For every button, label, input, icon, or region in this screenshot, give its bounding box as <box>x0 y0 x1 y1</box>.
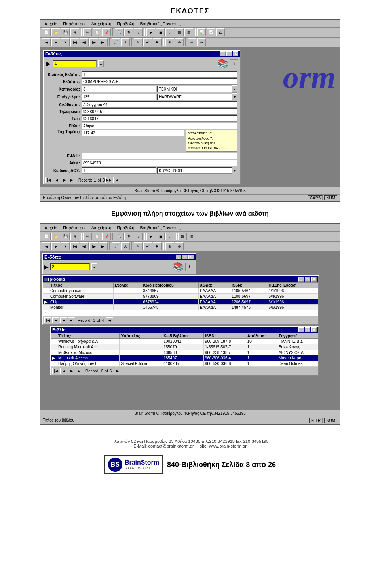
tb-cut[interactable]: ✂ <box>83 28 92 36</box>
win-maximize-ekdotes-2[interactable]: □ <box>182 255 188 259</box>
vivlia-row-2[interactable]: Running Microsoft Acc 155079 1-55615-507… <box>51 344 318 350</box>
input-fax[interactable] <box>82 115 238 122</box>
periodika-row-2[interactable]: Computer Software 5778869 ΕΛΛΑΔΑ 1108-56… <box>43 294 318 299</box>
nav-scroll-vivlia[interactable]: ▶ <box>114 368 121 374</box>
tb2-b1[interactable]: ◀ <box>42 38 51 46</box>
nav-prev-periodika[interactable]: ◀ <box>52 317 59 323</box>
win-maximize-1[interactable]: □ <box>226 51 232 56</box>
tb-open[interactable]: 📂 <box>51 28 60 36</box>
tb2r1-b11[interactable]: ▶ <box>146 233 155 240</box>
vivlia-row-3[interactable]: Μάθεττε το Microsoft 138580 960-238-138-… <box>51 350 318 355</box>
tb2r1-b14[interactable]: ⊞ <box>178 233 187 240</box>
tb-b5[interactable]: ⊟ <box>184 28 193 36</box>
menu-item-parametroi-2[interactable]: Παράμετροι <box>61 225 88 231</box>
tb-sort[interactable]: ↕ <box>134 28 142 36</box>
tb2-b6[interactable]: |▶ <box>89 38 98 46</box>
menu-item-archeia-2[interactable]: Αρχεία <box>42 225 60 231</box>
tb2-b8[interactable]: 🔎 <box>112 38 120 46</box>
vivlia-row-5[interactable]: Πλήρης Οδηγός των Β Special Edition 4100… <box>51 361 318 367</box>
tb2-b11[interactable]: ✔ <box>143 38 152 46</box>
tb2r2-b1[interactable]: ◀ <box>42 242 51 250</box>
tb2-b3[interactable]: ▼ <box>61 38 70 46</box>
input-epaggelma-text[interactable] <box>157 94 232 100</box>
periodika-row-1[interactable]: Computer για όλους 3544657 ΕΛΛΑΔΑ 1105-5… <box>43 288 318 294</box>
periodika-row-3[interactable]: ▶ Chip 6578924 ΕΛΛΑΔΑ 1206-5697 3/1/1996 <box>43 299 318 305</box>
tb-b4[interactable]: ⊞ <box>175 28 184 36</box>
tb2-b12[interactable]: ✖ <box>153 38 162 46</box>
spin-up-2[interactable]: ▲ <box>91 263 97 270</box>
win-maximize-periodika[interactable]: □ <box>305 277 310 282</box>
combo-spin-kategoria[interactable]: ▼ <box>232 85 238 93</box>
vivlia-row-4[interactable]: ▶ Microsoft Access 185497 960-306-036-4 … <box>51 355 318 361</box>
tb2r1-b1[interactable]: 📄 <box>42 233 51 240</box>
input-tilefona[interactable] <box>82 108 238 115</box>
tb2r2-b2[interactable]: ▶ <box>51 242 60 250</box>
win-close-ekdotes-2[interactable]: ✕ <box>188 255 194 259</box>
nav-prev-vivlia[interactable]: ◀ <box>60 368 67 374</box>
tb-b2[interactable]: ◼ <box>156 28 165 36</box>
nav-first-periodika[interactable]: |◀ <box>44 317 51 323</box>
nav-last-vivlia[interactable]: ▶| <box>76 368 83 374</box>
tb2-b16[interactable]: ↪ <box>197 38 206 46</box>
nav-extra-1[interactable]: ▶▶ <box>105 177 112 183</box>
tb2r2-b13[interactable]: ⊕ <box>165 242 174 250</box>
win-minimize-periodika[interactable]: _ <box>298 277 304 282</box>
tb2-b13[interactable]: ⊕ <box>165 38 174 46</box>
spin-up-1[interactable]: ▲ <box>98 60 104 67</box>
tb2r2-b9[interactable]: A <box>121 242 130 250</box>
tb2r1-b15[interactable]: ⊟ <box>188 233 196 240</box>
info-icon-1[interactable]: ℹ <box>230 59 238 68</box>
nav-last-1[interactable]: ▶| <box>69 177 76 183</box>
periodika-row-4[interactable]: Monitor 1456745 ΕΛΛΑΔΑ 1487-4576 6/6/199… <box>43 305 318 310</box>
win-close-vivlia[interactable]: ✕ <box>311 327 317 332</box>
win-minimize-vivlia[interactable]: _ <box>298 327 304 332</box>
input-epaggelma-num[interactable] <box>82 94 156 100</box>
tb2r1-b7[interactable]: 📌 <box>102 233 111 240</box>
input-dieuthinsi[interactable] <box>82 101 238 108</box>
tb2r1-b9[interactable]: ⚗ <box>124 233 133 240</box>
tb-new[interactable]: 📄 <box>42 28 51 36</box>
tb2r2-b11[interactable]: ✔ <box>143 242 152 250</box>
menu-item-voithitikes-2[interactable]: Βοηθητικές Εργασίες <box>137 225 182 231</box>
input-kategoria-text[interactable] <box>157 86 232 92</box>
tb2r1-b10[interactable]: ↕ <box>134 233 142 240</box>
nav-next-vivlia[interactable]: ▶ <box>68 368 75 374</box>
tb2-b15[interactable]: ↩ <box>188 38 196 46</box>
input-kwdikos-doy-num[interactable] <box>82 167 156 174</box>
menu-item-diaxeirisi-2[interactable]: Διαχείριση <box>89 225 114 231</box>
nav-first-vivlia[interactable]: |◀ <box>52 368 59 374</box>
tb-paste[interactable]: 📌 <box>102 28 111 36</box>
tb2-b10[interactable]: ✎ <box>134 38 142 46</box>
tb2-b9[interactable]: A <box>121 38 130 46</box>
tb2r1-b8[interactable]: 🔍 <box>115 233 124 240</box>
tb2r2-b6[interactable]: |▶ <box>89 242 98 250</box>
input-poli[interactable] <box>82 123 238 129</box>
tb2-b7[interactable]: ▶| <box>99 38 108 46</box>
tb2r2-b5[interactable]: ◀| <box>80 242 89 250</box>
nav-scroll-periodika[interactable]: ◀ <box>106 317 113 323</box>
win-maximize-vivlia[interactable]: □ <box>305 327 310 332</box>
win-minimize-1[interactable]: _ <box>220 51 226 56</box>
tb-b3[interactable]: ▷ <box>165 28 174 36</box>
tb-print[interactable]: 🖨 <box>70 28 79 36</box>
tb2r2-b4[interactable]: |◀ <box>70 242 79 250</box>
tb2-b14[interactable]: ⊖ <box>175 38 184 46</box>
input-afm[interactable] <box>82 160 238 166</box>
nav-extra-2[interactable]: ◀ <box>113 177 120 183</box>
tb-b1[interactable]: ▶ <box>146 28 155 36</box>
win-close-periodika[interactable]: ✕ <box>311 277 317 282</box>
tb-copy[interactable]: 📋 <box>93 28 101 36</box>
input-ekdotis[interactable] <box>82 78 238 85</box>
tb2r1-b2[interactable]: 📂 <box>51 233 60 240</box>
tb2r1-b5[interactable]: ✂ <box>83 233 92 240</box>
tb2-b5[interactable]: ◀| <box>80 38 89 46</box>
vivlia-row-1[interactable]: Windows Γρήγορα & Α 10020041 960-209-187… <box>51 339 318 344</box>
input-tax-tomeas[interactable] <box>82 130 184 136</box>
nav-next-periodika[interactable]: ▶ <box>60 317 67 323</box>
menu-item-voithitikes-1[interactable]: Βοηθητικές Εργασίες <box>137 21 182 26</box>
tb-b7[interactable]: 📈 <box>207 28 215 36</box>
nav-last-periodika[interactable]: ▶| <box>68 317 75 323</box>
win-minimize-ekdotes-2[interactable]: _ <box>176 255 181 259</box>
tb2r2-b7[interactable]: ▶| <box>99 242 108 250</box>
menu-item-provoli-2[interactable]: Προβολή <box>114 225 137 231</box>
